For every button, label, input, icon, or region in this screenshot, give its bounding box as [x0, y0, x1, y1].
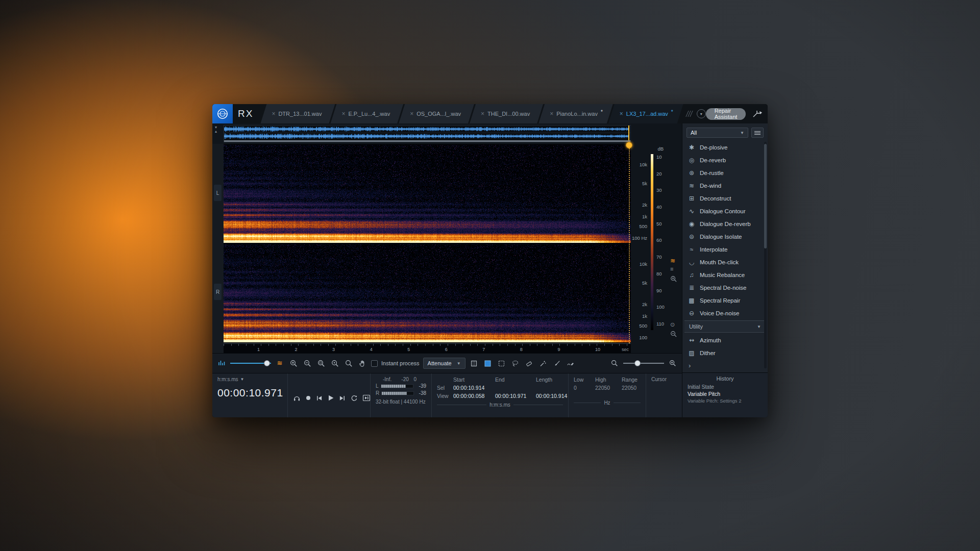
selection-high-value[interactable]: 22050: [595, 385, 622, 391]
module-label: Azimuth: [700, 337, 721, 343]
tab-piano[interactable]: × PianoLo...in.wav *: [538, 104, 613, 123]
module-item-dialogue-isolate[interactable]: ⊜ Dialogue Isolate: [684, 230, 766, 243]
spectrogram-right-canvas[interactable]: [224, 244, 631, 342]
overview-waveform[interactable]: [224, 125, 631, 142]
module-item-spectral-de-noise[interactable]: ≣ Spectral De-noise: [684, 281, 766, 294]
record-button[interactable]: [305, 395, 311, 401]
selection-range-value[interactable]: 22050: [622, 385, 644, 391]
waterfall-view-icon[interactable]: ≋: [670, 257, 675, 264]
magnify-tool-button[interactable]: [344, 358, 354, 368]
overview-collapse-icon[interactable]: ▾▴: [215, 126, 217, 134]
selection-view-end[interactable]: 00:00:10.971: [495, 393, 536, 399]
repair-assistant-button[interactable]: Repair Assistant: [706, 108, 746, 120]
chevron-down-icon[interactable]: ▼: [240, 377, 244, 382]
module-item-music-rebalance[interactable]: ♫ Music Rebalance: [684, 268, 766, 281]
module-item-mouth-de-click[interactable]: ◡ Mouth De-click: [684, 256, 766, 268]
spectrogram-blend-slider[interactable]: [230, 360, 271, 367]
module-item-de-plosive[interactable]: ✱ De-plosive: [684, 141, 766, 154]
zoom-out-button[interactable]: [302, 358, 312, 368]
selection-low-value[interactable]: 0: [574, 385, 595, 391]
tab-os[interactable]: × OS_OGA...l_.wav: [399, 104, 474, 123]
tab-dtr[interactable]: × DTR_13...01.wav: [260, 104, 335, 123]
reset-zoom-icon[interactable]: ⊙: [670, 321, 675, 328]
instant-process-checkbox[interactable]: [371, 360, 378, 367]
module-item-spectral-repair[interactable]: ▩ Spectral Repair: [684, 294, 766, 307]
module-item-deconstruct[interactable]: ⊞ Deconstruct: [684, 192, 766, 205]
loop-playback-button[interactable]: [350, 394, 358, 402]
horizontal-zoom-slider[interactable]: [623, 360, 664, 367]
vertical-zoom-in-icon[interactable]: [670, 276, 677, 283]
playhead-marker[interactable]: [626, 142, 632, 148]
magic-wand-tool[interactable]: [538, 358, 548, 368]
time-selection-tool[interactable]: [469, 358, 479, 368]
selection-freq-unit[interactable]: Hz: [604, 400, 610, 406]
module-item-interpolate[interactable]: ≈ Interpolate: [684, 243, 766, 256]
selection-col-length: Length: [536, 377, 570, 383]
monitor-headphones-button[interactable]: [293, 394, 301, 402]
module-item-de-wind[interactable]: ≋ De-wind: [684, 179, 766, 192]
selection-time-unit[interactable]: h:m:s.ms: [489, 402, 510, 408]
zoom-selection-button[interactable]: [316, 358, 326, 368]
history-item[interactable]: Initial State: [688, 383, 763, 390]
tab-close-icon[interactable]: ×: [481, 111, 484, 117]
color-scale-bar[interactable]: [651, 154, 653, 330]
play-button[interactable]: [327, 394, 334, 402]
vertical-zoom-out-icon[interactable]: [670, 331, 677, 338]
frequency-selection-tool[interactable]: [497, 358, 507, 368]
history-item[interactable]: Variable Pitch: Settings 2: [688, 397, 763, 405]
module-item-de-reverb[interactable]: ◎ De-reverb: [684, 154, 766, 166]
brush-tool[interactable]: [552, 358, 562, 368]
selection-sel-start[interactable]: 00:00:10.914: [453, 385, 495, 391]
tab-ep[interactable]: × E.P._Lu...4_.wav: [330, 104, 403, 123]
zoom-in-button[interactable]: [288, 358, 299, 368]
eraser-tool[interactable]: [524, 358, 534, 368]
time-format-label[interactable]: h:m:s.ms: [217, 377, 238, 382]
spectrum-view-icon[interactable]: ≡: [670, 266, 673, 272]
module-filter-dropdown[interactable]: All ▼: [687, 128, 748, 138]
module-item-voice-de-noise[interactable]: ⊖ Voice De-noise: [684, 307, 766, 319]
tab-the[interactable]: × THE_DI...00.wav: [470, 104, 543, 123]
module-list-menu-button[interactable]: [751, 128, 764, 138]
signal-chain-icon[interactable]: [752, 109, 763, 119]
lasso-selection-tool[interactable]: [510, 358, 521, 368]
go-to-end-button[interactable]: [339, 395, 346, 402]
right-channel-label[interactable]: R: [214, 284, 222, 300]
horizontal-zoom-in-button[interactable]: [668, 358, 678, 368]
panel-scrollbar-thumb[interactable]: [764, 144, 767, 248]
tab-lx3[interactable]: × LX3_17...ad.wav *: [608, 104, 683, 123]
draw-curve-tool[interactable]: [566, 358, 576, 368]
follow-playhead-button[interactable]: [362, 394, 371, 402]
history-item[interactable]: Variable Pitch: [688, 390, 763, 397]
waveform-overlay-icon[interactable]: ≋: [275, 358, 285, 368]
grab-hand-tool-button[interactable]: [357, 358, 368, 368]
left-channel-label[interactable]: L: [214, 185, 222, 201]
time-ruler[interactable]: 12345678910 sec: [224, 343, 631, 354]
zoom-fit-button[interactable]: [330, 358, 340, 368]
module-item-dither[interactable]: ▨ Dither: [684, 346, 766, 359]
tab-close-icon[interactable]: ×: [272, 111, 275, 117]
selection-view-length[interactable]: 00:00:10.914: [536, 393, 570, 399]
utility-section-header[interactable]: Utility ▼: [684, 320, 766, 333]
selection-view-start[interactable]: 00:00:00.058: [453, 393, 495, 399]
panel-expand-chevron[interactable]: ›: [682, 359, 768, 372]
tab-close-icon[interactable]: ×: [341, 111, 345, 117]
slider-knob[interactable]: [264, 360, 270, 366]
horizontal-zoom-out-button[interactable]: [609, 358, 620, 368]
module-item-azimuth[interactable]: ↭ Azimuth: [684, 334, 766, 346]
instant-process-mode-dropdown[interactable]: Attenuate ▼: [423, 358, 465, 369]
overview-waveform-canvas[interactable]: [224, 126, 630, 140]
module-item-dialogue-de-reverb[interactable]: ◉ Dialogue De-reverb: [684, 217, 766, 230]
module-item-de-rustle[interactable]: ⊛ De-rustle: [684, 166, 766, 179]
overview-scrollbar[interactable]: [224, 140, 630, 142]
playhead-line[interactable]: [629, 144, 630, 343]
tab-list-chevron-button[interactable]: ▾: [697, 109, 706, 118]
slider-knob[interactable]: [634, 360, 641, 366]
tab-close-icon[interactable]: ×: [550, 111, 553, 117]
tab-close-icon[interactable]: ×: [410, 111, 413, 117]
tab-close-icon[interactable]: ×: [620, 111, 623, 117]
time-frequency-selection-tool[interactable]: [483, 358, 493, 368]
module-item-dialogue-contour[interactable]: ∿ Dialogue Contour: [684, 205, 766, 217]
go-to-start-button[interactable]: [316, 395, 323, 402]
spectrogram-left-canvas[interactable]: [224, 145, 631, 243]
spectrogram-settings-icon[interactable]: [216, 358, 227, 368]
